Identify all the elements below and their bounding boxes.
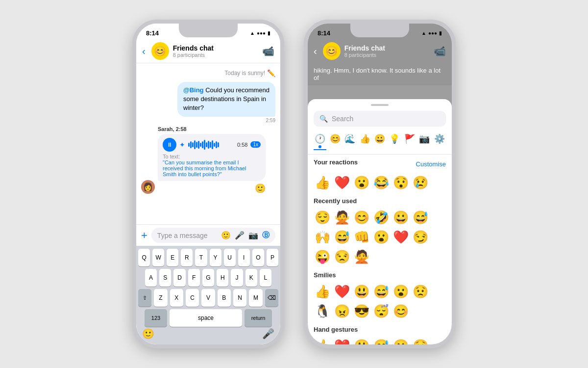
reaction-laugh[interactable]: 😂	[372, 174, 390, 191]
key-y[interactable]: Y	[210, 249, 221, 266]
key-d[interactable]: D	[173, 269, 185, 287]
sent-time: 2:59	[266, 118, 275, 123]
smilies-10[interactable]: 😴	[372, 302, 390, 320]
video-call-icon-2[interactable]: 📹	[434, 45, 446, 57]
key-r[interactable]: R	[181, 249, 193, 266]
hand-3[interactable]: 😃	[353, 337, 370, 344]
keyboard-emoji-icon[interactable]: 🙂	[142, 328, 154, 340]
smilies-7[interactable]: 🐧	[314, 302, 331, 320]
cat-gestures[interactable]: 👍	[359, 132, 371, 150]
key-o[interactable]: O	[252, 249, 264, 266]
key-f[interactable]: F	[188, 269, 200, 287]
recent-11[interactable]: ❤️	[392, 228, 410, 246]
key-x[interactable]: X	[170, 289, 183, 307]
cat-settings[interactable]: ⚙️	[433, 132, 446, 150]
smilies-2[interactable]: ❤️	[333, 283, 351, 300]
recent-2[interactable]: 🙅	[333, 209, 351, 226]
recent-6[interactable]: 😅	[412, 209, 429, 226]
customise-button[interactable]: Customise	[416, 160, 446, 168]
key-w[interactable]: W	[152, 249, 164, 266]
emoji-button-input[interactable]: 🙂	[221, 231, 231, 240]
message-input[interactable]: Type a message 🙂 🎤 📷 Ⓑ	[151, 228, 275, 243]
key-a[interactable]: A	[145, 269, 157, 287]
cat-nature[interactable]: 🌊	[343, 132, 356, 150]
space-key[interactable]: space	[170, 309, 242, 327]
reaction-sad[interactable]: 😢	[412, 174, 429, 191]
recent-3[interactable]: 😊	[353, 209, 370, 226]
reaction-surprised[interactable]: 😯	[392, 174, 410, 191]
smilies-4[interactable]: 😅	[372, 283, 390, 300]
return-key[interactable]: return	[245, 309, 272, 327]
key-h[interactable]: H	[217, 269, 228, 287]
recent-10[interactable]: 😮	[372, 228, 390, 246]
recent-12[interactable]: 😏	[412, 228, 429, 246]
recent-8[interactable]: 😅	[333, 228, 351, 246]
cat-objects[interactable]: 💡	[388, 132, 401, 150]
cat-faces[interactable]: 😀	[373, 132, 386, 150]
back-button-1[interactable]: ‹	[140, 46, 147, 57]
back-button-2[interactable]: ‹	[312, 46, 319, 57]
shift-key[interactable]: ⇧	[138, 289, 151, 307]
hand-5[interactable]: 😮	[392, 337, 410, 344]
speed-badge[interactable]: 1x	[250, 141, 261, 148]
reaction-heart[interactable]: ❤️	[333, 174, 351, 191]
hand-4[interactable]: 😅	[372, 337, 390, 344]
key-c[interactable]: C	[186, 289, 199, 307]
cat-recent[interactable]: 🕐	[314, 132, 326, 150]
drag-handle[interactable]	[371, 104, 389, 106]
keyboard-mic-icon[interactable]: 🎤	[262, 328, 274, 340]
key-k[interactable]: K	[245, 269, 257, 287]
cat-smilies[interactable]: 😊	[329, 132, 342, 150]
key-s[interactable]: S	[159, 269, 171, 287]
pause-button[interactable]: ⏸	[163, 138, 176, 152]
hand-6[interactable]: 😟	[412, 337, 429, 344]
delete-key[interactable]: ⌫	[265, 289, 278, 307]
recent-9[interactable]: 👊	[353, 228, 370, 246]
key-p[interactable]: P	[267, 249, 278, 266]
key-z[interactable]: Z	[154, 289, 167, 307]
hand-2[interactable]: ❤️	[333, 337, 351, 344]
smilies-5[interactable]: 😮	[392, 283, 410, 300]
recent-7[interactable]: 🙌	[314, 228, 331, 246]
emoji-scroll-area[interactable]: Your reactions Customise 👍 ❤️ 😮 😂 😯 😢 Re…	[308, 155, 452, 344]
key-j[interactable]: J	[231, 269, 243, 287]
smilies-11[interactable]: 😊	[392, 302, 410, 320]
key-b[interactable]: B	[218, 289, 231, 307]
emoji-search-bar[interactable]: 🔍 Search	[314, 111, 446, 127]
recent-14[interactable]: 😒	[333, 248, 351, 265]
cat-media[interactable]: 📷	[418, 132, 431, 150]
key-e[interactable]: E	[167, 249, 178, 266]
video-call-icon[interactable]: 📹	[262, 45, 274, 57]
smilies-9[interactable]: 😎	[353, 302, 370, 320]
camera-button-input[interactable]: 📷	[248, 231, 258, 240]
key-m[interactable]: M	[249, 289, 262, 307]
cat-flags[interactable]: 🚩	[403, 132, 416, 150]
hand-1[interactable]: 👍	[314, 337, 331, 344]
reaction-thumbsup[interactable]: 👍	[314, 174, 331, 191]
smilies-3[interactable]: 😃	[353, 283, 370, 300]
recent-15[interactable]: 🙅	[353, 248, 370, 265]
numbers-key[interactable]: 123	[145, 309, 167, 327]
smilies-8[interactable]: 😠	[333, 302, 351, 320]
recent-13[interactable]: 😜	[314, 248, 331, 265]
key-v[interactable]: V	[201, 289, 215, 307]
key-n[interactable]: N	[233, 289, 246, 307]
messages-area-1: Today is sunny! ✏️ @Bing Could you recom…	[136, 63, 280, 224]
smilies-6[interactable]: 😟	[412, 283, 429, 300]
smilies-1[interactable]: 👍	[314, 283, 331, 300]
add-attachment-button[interactable]: +	[141, 229, 147, 242]
key-g[interactable]: G	[202, 269, 214, 287]
reaction-emoji[interactable]: 🙂	[255, 183, 266, 194]
recent-5[interactable]: 😀	[392, 209, 410, 226]
key-q[interactable]: Q	[138, 249, 150, 266]
bing-button[interactable]: Ⓑ	[262, 231, 270, 240]
key-i[interactable]: I	[238, 249, 250, 266]
transcribe-icon[interactable]: ✦	[179, 141, 185, 149]
recent-1[interactable]: 😌	[314, 209, 331, 226]
recent-4[interactable]: 🤣	[372, 209, 390, 226]
key-l[interactable]: L	[260, 269, 271, 287]
mic-button-input[interactable]: 🎤	[235, 231, 245, 240]
reaction-wow[interactable]: 😮	[353, 174, 370, 191]
key-u[interactable]: U	[224, 249, 236, 266]
key-t[interactable]: T	[195, 249, 207, 266]
